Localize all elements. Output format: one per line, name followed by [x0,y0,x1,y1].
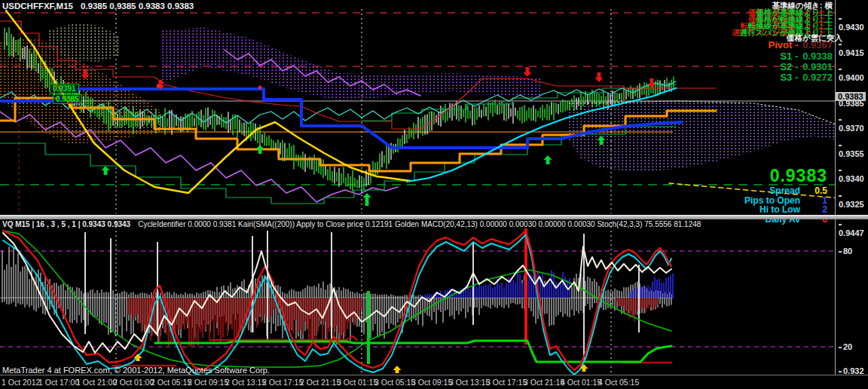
indicator-subwindow[interactable] [0,219,835,375]
time-axis-label: 2 Oct 13:15 [225,378,266,387]
time-axis-label: 1 Oct 17:00 [38,378,79,387]
s2-value: 0.9301 [802,61,833,72]
time-axis-label: 3 Oct 17:15 [486,378,527,387]
price-axis-label: 0.9370 [839,115,868,133]
time-axis-label: 2 Oct 17:15 [262,378,303,387]
time-axis-label: 2 Oct 01:00 [113,378,154,387]
vq-indicator-label: VQ M15 | 16 , 3 , 5 , 1 | 0.9343 0.9343 [2,220,130,228]
time-axis-label: 3 Oct 13:15 [449,378,490,387]
ohlc-quotes: 0.9385 0.9385 0.9383 0.9383 [81,2,194,11]
indicator-axis-label: 80 [839,247,852,256]
main-price-chart[interactable] [0,0,835,215]
s3-row: S3 -0.9272 [780,72,833,83]
price-axis-label: 0.9400 [839,64,868,82]
s2-row: S2 -0.9301 [780,61,833,72]
price-level-box-2: 0.9385 [53,94,82,104]
time-axis[interactable]: 1 Oct 20121 Oct 17:001 Oct 21:002 Oct 01… [0,375,868,389]
price-level-box-1: 0.9391 [50,84,79,93]
current-price-big: 0.9383 [744,166,827,186]
current-price-badge: 0.9383 [836,92,866,101]
price-axis[interactable]: 0.94300.94150.94000.93850.93700.93550.93… [835,0,868,375]
copyright-text: MetaTrader 4 at FOREX.com, © 2001-2012, … [2,366,270,375]
time-axis-label: 2 Oct 21:15 [300,378,341,387]
indicator-title-bar: VQ M15 | 16 , 3 , 5 , 1 | 0.9343 0.9343C… [2,220,701,228]
price-axis-label: 0.9325 [839,191,868,209]
time-axis-label: 1 Oct 21:00 [76,378,117,387]
symbol-period-label: USDCHFFXF,M15 [2,2,73,11]
time-axis-label: 3 Oct 05:15 [374,378,415,387]
price-axis-label: 0.9340 [839,165,868,183]
time-axis-label: 2 Oct 05:15 [151,378,191,387]
mt4-chart-window: USDCHFFXF,M150.9385 0.9385 0.9383 0.9383… [0,0,868,389]
panel-splitter[interactable] [0,215,868,219]
time-axis-label: 1 Oct 2012 [2,378,40,387]
time-axis-label: 4 Oct 01:15 [561,378,601,387]
s3-label: S3 - [780,72,798,83]
price-axis-label: 0.9355 [839,140,868,158]
time-axis-label: 3 Oct 01:15 [337,378,377,387]
time-axis-label: 2 Oct 09:15 [188,378,228,387]
price-axis-label: 0.9415 [839,39,868,57]
time-axis-separator [0,375,868,375]
price-axis-label: 0.9430 [839,14,868,32]
time-axis-label: 3 Oct 09:15 [411,378,452,387]
time-axis-label: 4 Oct 05:15 [598,378,639,387]
indicator-axis-label: 0.9447 [839,219,868,237]
s1-row: S1 -0.9338 [780,51,833,62]
cloud-entry-status: 価格が雲に突入 [787,34,842,41]
indicator-axis-label: 20 [839,342,852,351]
s2-label: S2 - [780,61,798,72]
s1-value: 0.9338 [802,51,833,62]
s3-value: 0.9272 [802,72,833,83]
chart-title: USDCHFFXF,M150.9385 0.9385 0.9383 0.9383 [2,2,194,11]
s1-label: S1 - [780,51,798,62]
indicator-values-label: CycleIdentifier 0.0000 0.9381 Kairi(SMA(… [138,220,701,228]
time-axis-label: 3 Oct 21:15 [524,378,564,387]
